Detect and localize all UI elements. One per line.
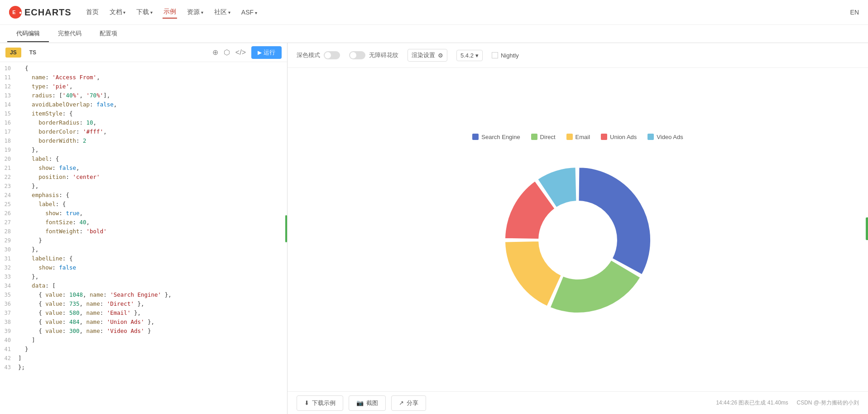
code-icon[interactable]: </>	[235, 48, 246, 57]
green-bar	[866, 217, 868, 240]
chart-slice[interactable]	[550, 260, 641, 313]
line-number: 24	[0, 191, 18, 200]
nav-examples[interactable]: 示例	[163, 6, 177, 19]
lang-js-tab[interactable]: JS	[5, 48, 21, 58]
table-row: 43};	[0, 363, 287, 372]
version-selector[interactable]: 5.4.2 ▾	[456, 50, 483, 61]
download-button[interactable]: ⬇ 下载示例	[297, 395, 343, 411]
nav-download[interactable]: 下载	[135, 6, 153, 18]
line-content: { value: 300, name: 'Video Ads' }	[18, 327, 287, 336]
nav-home[interactable]: 首页	[85, 6, 100, 18]
line-number: 14	[0, 100, 18, 109]
share-button[interactable]: ↗ 分享	[391, 395, 426, 411]
screenshot-button[interactable]: 📷 截图	[349, 395, 386, 411]
tab-code-edit[interactable]: 代码编辑	[7, 26, 49, 42]
line-number: 21	[0, 164, 18, 173]
line-number: 15	[0, 109, 18, 118]
line-content: },	[18, 245, 287, 254]
tab-config[interactable]: 配置项	[91, 26, 126, 42]
line-number: 33	[0, 272, 18, 281]
nav-asf[interactable]: ASF	[240, 7, 258, 18]
status-info: 14:44:26 图表已生成 41.40ms CSDN @-努力搬砖的小刘	[716, 399, 859, 407]
render-settings-button[interactable]: 渲染设置 ⚙	[408, 49, 447, 62]
line-number: 37	[0, 308, 18, 318]
chart-panel: 深色模式 无障碍花纹 渲染设置 ⚙ 5.4.2 ▾ Nightly	[288, 43, 868, 414]
list-item[interactable]: Search Engine	[472, 134, 520, 140]
nightly-checkbox[interactable]	[492, 52, 498, 58]
table-row: 31 labelLine: {	[0, 254, 287, 263]
chart-topbar: 深色模式 无障碍花纹 渲染设置 ⚙ 5.4.2 ▾ Nightly	[288, 43, 868, 68]
line-number: 22	[0, 173, 18, 182]
line-content: ]	[18, 336, 287, 345]
line-number: 16	[0, 118, 18, 127]
list-item[interactable]: Email	[566, 134, 590, 140]
lang-ts-tab[interactable]: TS	[25, 48, 41, 58]
table-row: 18 borderWidth: 2	[0, 136, 287, 145]
table-row: 11 name: 'Access From',	[0, 73, 287, 82]
line-content: name: 'Access From',	[18, 73, 287, 82]
line-content: { value: 735, name: 'Direct' },	[18, 299, 287, 308]
render-settings-label: 渲染设置	[412, 51, 435, 59]
table-row: 38 { value: 484, name: 'Union Ads' },	[0, 318, 287, 327]
tab-bar: 代码编辑 完整代码 配置项	[0, 25, 868, 43]
table-row: 15 itemStyle: {	[0, 109, 287, 118]
dark-mode-toggle-group: 深色模式	[297, 51, 340, 59]
line-content: data: [	[18, 281, 287, 290]
table-row: 14 avoidLabelOverlap: false,	[0, 100, 287, 109]
run-button[interactable]: ▶ 运行	[251, 46, 282, 59]
chart-slice[interactable]	[505, 241, 562, 306]
line-number: 11	[0, 73, 18, 82]
box-icon[interactable]: ⬡	[224, 48, 230, 57]
table-row: 36 { value: 735, name: 'Direct' },	[0, 299, 287, 308]
line-content: borderColor: '#fff',	[18, 127, 287, 136]
line-content: { value: 484, name: 'Union Ads' },	[18, 318, 287, 327]
line-number: 25	[0, 200, 18, 209]
line-content: label: {	[18, 154, 287, 164]
list-item[interactable]: Direct	[531, 134, 556, 140]
line-number: 23	[0, 182, 18, 191]
line-number: 13	[0, 91, 18, 100]
line-number: 32	[0, 263, 18, 272]
list-item[interactable]: Video Ads	[647, 134, 683, 140]
list-item[interactable]: Union Ads	[601, 134, 637, 140]
table-row: 24 emphasis: {	[0, 191, 287, 200]
table-row: 23 },	[0, 182, 287, 191]
nav-community[interactable]: 社区	[213, 6, 231, 18]
table-row: 37 { value: 580, name: 'Email' },	[0, 308, 287, 318]
nav-resources[interactable]: 资源	[186, 6, 204, 18]
nav-docs[interactable]: 文档	[109, 6, 127, 18]
table-row: 19 },	[0, 145, 287, 154]
line-content: borderWidth: 2	[18, 136, 287, 145]
nav-lang[interactable]: EN	[850, 9, 859, 16]
settings-icon[interactable]: ⊕	[212, 48, 218, 57]
legend-label: Search Engine	[481, 134, 520, 140]
no-border-label: 无障碍花纹	[369, 51, 398, 59]
line-number: 20	[0, 154, 18, 164]
share-icon: ↗	[399, 400, 404, 406]
line-number: 18	[0, 136, 18, 145]
line-content: },	[18, 272, 287, 281]
no-border-toggle[interactable]	[349, 51, 365, 59]
line-number: 43	[0, 363, 18, 372]
code-editor[interactable]: 10 {11 name: 'Access From',12 type: 'pie…	[0, 62, 287, 414]
line-content: },	[18, 145, 287, 154]
dark-mode-toggle[interactable]	[324, 51, 340, 59]
table-row: 20 label: {	[0, 154, 287, 164]
tab-full-code[interactable]: 完整代码	[49, 26, 91, 42]
line-content: },	[18, 182, 287, 191]
line-content: label: {	[18, 200, 287, 209]
chart-bottombar: ⬇ 下载示例 📷 截图 ↗ 分享 14:44:26 图表已生成 41.40ms …	[288, 391, 868, 414]
line-number: 41	[0, 345, 18, 354]
chart-slice[interactable]	[578, 167, 651, 274]
donut-chart	[492, 154, 664, 326]
table-row: 10 {	[0, 64, 287, 73]
table-row: 22 position: 'center'	[0, 173, 287, 182]
line-content: }	[18, 345, 287, 354]
line-content: emphasis: {	[18, 191, 287, 200]
table-row: 42]	[0, 354, 287, 363]
line-content: {	[18, 64, 287, 73]
logo[interactable]: E ECHARTS	[9, 6, 72, 19]
line-number: 42	[0, 354, 18, 363]
logo-icon: E	[9, 6, 22, 19]
line-number: 36	[0, 299, 18, 308]
